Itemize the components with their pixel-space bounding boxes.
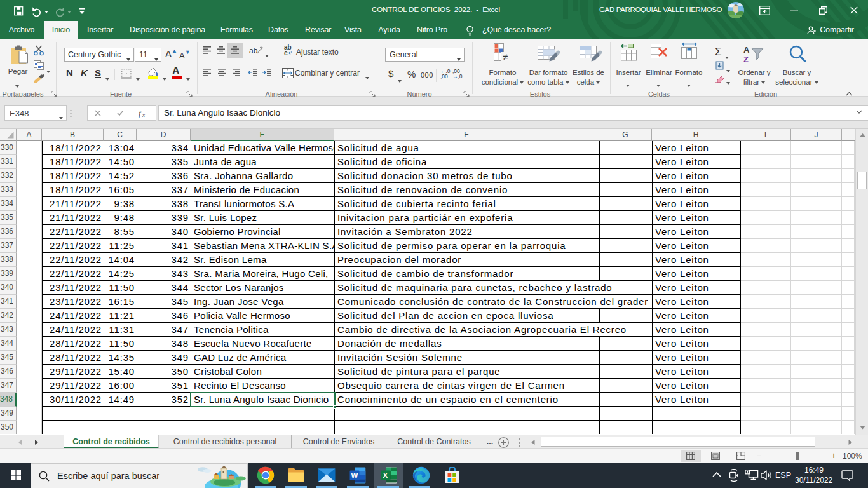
svg-text:ab: ab	[249, 46, 258, 55]
svg-text:A: A	[743, 45, 750, 55]
svg-text:Z: Z	[743, 55, 749, 64]
svg-text:x: x	[142, 112, 145, 118]
svg-text:c: c	[284, 50, 288, 57]
svg-text:X: X	[383, 471, 388, 479]
svg-text:W: W	[351, 471, 358, 479]
svg-text:≠: ≠	[503, 51, 508, 62]
